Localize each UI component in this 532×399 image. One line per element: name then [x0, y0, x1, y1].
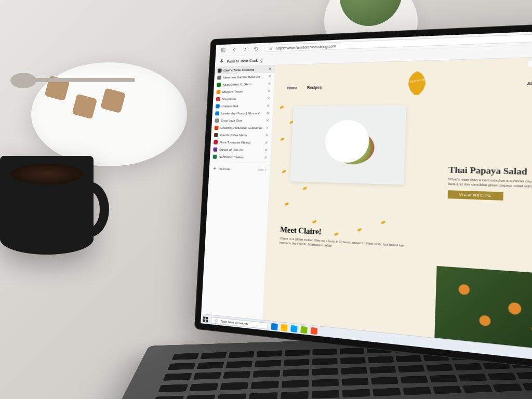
new-tab-button[interactable]: ＋New tabCtrl+T	[209, 161, 270, 176]
new-tab-label: New tab	[219, 167, 230, 170]
tab-title: More Tomatoes Please	[220, 141, 263, 144]
new-tab-shortcut: Ctrl+T	[258, 168, 267, 171]
taskbar-app-photos[interactable]	[311, 327, 318, 334]
salad-illustration	[331, 131, 375, 165]
tab-title: Shoptimist	[222, 97, 265, 101]
tab-group-title: Farm to Table Cooking	[227, 58, 263, 63]
close-tab-icon[interactable]: ✕	[264, 148, 268, 152]
favicon	[215, 126, 219, 130]
coffee-mug-prop	[0, 156, 94, 255]
close-tab-icon[interactable]: ✕	[266, 118, 269, 123]
vertical-tabs-toggle-icon[interactable]	[220, 47, 227, 54]
tab-title: Creating Discussion Guidelines	[220, 126, 263, 129]
svg-point-17	[381, 220, 386, 224]
nav-home[interactable]: Home	[287, 86, 297, 90]
close-tab-icon[interactable]: ✕	[267, 96, 270, 100]
svg-rect-1	[223, 48, 225, 51]
view-recipe-button[interactable]: VIEW RECIPE	[448, 190, 504, 201]
refresh-icon[interactable]	[252, 45, 260, 52]
favicon	[213, 155, 217, 159]
svg-point-9	[280, 137, 285, 141]
favicon	[216, 104, 220, 109]
tab-title: Meet new Surface Book 3or 15.5"	[223, 75, 266, 79]
vertical-tab[interactable]: Shop Love Give✕	[212, 117, 273, 124]
lock-icon	[269, 46, 273, 50]
svg-rect-2	[270, 48, 272, 49]
spoon-prop	[10, 68, 145, 94]
close-tab-icon[interactable]: ✕	[265, 126, 269, 130]
recipe-body: What's nicer than a cool salad on a summ…	[448, 177, 532, 191]
close-tab-icon[interactable]: ✕	[268, 89, 271, 93]
close-tab-icon[interactable]: ✕	[268, 82, 271, 86]
svg-rect-0	[221, 49, 223, 52]
taskbar-app-edge[interactable]	[271, 323, 278, 330]
tab-title: Xbox Series X | Xbox	[223, 82, 266, 86]
svg-point-12	[302, 187, 307, 191]
svg-point-14	[312, 220, 317, 224]
taskbar-app-explorer[interactable]	[281, 324, 287, 331]
favicon	[214, 140, 218, 144]
recipe-photo	[290, 105, 406, 184]
tab-title: Chef's Table Cooking	[223, 68, 267, 72]
plus-icon: ＋	[212, 165, 217, 172]
tab-title: Shop Love Give	[221, 119, 264, 122]
tab-title: Leadership Group | Microsoft	[221, 112, 264, 115]
vertical-tab[interactable]: Northwind Traders✕	[210, 153, 271, 162]
tab-title: Fourth Coffee Menu	[220, 134, 263, 137]
taskbar-search-placeholder: Type here to search	[220, 319, 248, 325]
start-button[interactable]	[203, 316, 208, 322]
svg-point-20	[215, 319, 217, 322]
close-tab-icon[interactable]: ✕	[269, 67, 272, 71]
website-viewport: Farm to Table Cooking Home Recipes Farm …	[263, 56, 532, 353]
favicon	[217, 83, 221, 87]
favicon	[214, 133, 218, 137]
vertical-tab[interactable]: Fourth Coffee Menu✕	[211, 131, 272, 139]
vertical-tab[interactable]: More Tomatoes Please✕	[210, 139, 271, 147]
favicon	[215, 111, 219, 115]
taskbar-app-mail[interactable]	[290, 325, 297, 332]
site-logo[interactable]: Farm to Table	[406, 71, 433, 99]
close-tab-icon[interactable]: ✕	[267, 104, 270, 108]
close-tab-icon[interactable]: ✕	[268, 74, 271, 78]
recipe-card: Thai Papaya Salad What's nicer than a co…	[448, 165, 532, 204]
favicon	[213, 148, 217, 152]
forward-icon[interactable]	[242, 46, 249, 53]
tab-title: Outlook Mail	[221, 104, 264, 108]
vertical-tab[interactable]: Outlook Mail✕	[212, 102, 273, 110]
favicon	[217, 76, 221, 80]
laptop-screen: https://www.farmtotablecooking.com Farm …	[194, 22, 532, 374]
nav-about[interactable]: About	[527, 81, 532, 86]
address-text: https://www.farmtotablecooking.com	[276, 44, 336, 50]
svg-point-7	[280, 105, 284, 110]
favicon	[216, 90, 220, 94]
favicon	[218, 69, 222, 73]
page-tab-label: Farm to Table Cooking	[527, 59, 532, 67]
close-tab-icon[interactable]: ✕	[266, 111, 269, 115]
svg-point-13	[284, 202, 289, 206]
back-icon[interactable]	[231, 46, 238, 54]
nav-recipes[interactable]: Recipes	[307, 85, 322, 89]
taskbar-app-store[interactable]	[300, 326, 307, 333]
svg-point-11	[282, 169, 286, 174]
vertical-tab[interactable]: Shoptimist✕	[213, 95, 274, 102]
pin-icon	[219, 59, 224, 64]
tab-title: Northwind Traders	[219, 155, 262, 159]
favicon	[216, 97, 220, 101]
vertical-tab[interactable]: Leadership Group | Microsoft✕	[212, 110, 273, 117]
close-tab-icon[interactable]: ✕	[265, 141, 268, 145]
chicken-icon	[406, 71, 428, 95]
search-icon	[215, 318, 219, 323]
recipe-title: Thai Papaya Salad	[448, 165, 532, 179]
vertical-tab[interactable]: Creating Discussion Guidelines✕	[211, 124, 272, 131]
tab-title: Margie's Travel	[222, 89, 265, 93]
favicon	[215, 118, 219, 123]
close-tab-icon[interactable]: ✕	[265, 133, 268, 137]
tab-title: School of Fine Art	[219, 148, 262, 152]
close-tab-icon[interactable]: ✕	[264, 155, 267, 159]
